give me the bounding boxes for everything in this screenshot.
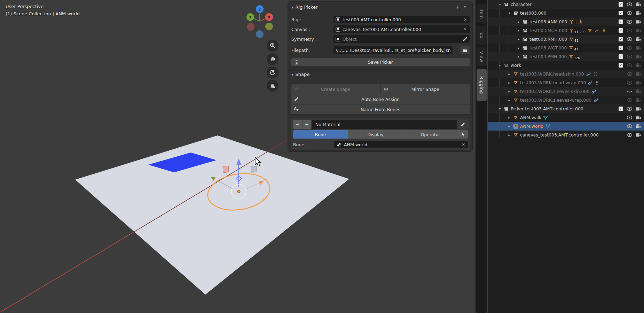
filepath-field[interactable]: //..\..\..\Desktop\Travail\Bl...rs_et_pr… xyxy=(333,46,453,54)
expander-icon[interactable]: ▸ xyxy=(517,29,521,32)
expander-icon[interactable]: ▾ xyxy=(498,63,502,67)
collapse-chevron-icon[interactable]: ▾ xyxy=(291,72,293,77)
expander-icon[interactable]: ▸ xyxy=(517,46,521,50)
expander-icon[interactable]: ▾ xyxy=(498,2,502,6)
eye-toggle-icon[interactable] xyxy=(627,80,633,86)
drag-handle-icon[interactable] xyxy=(464,6,468,9)
outliner-row[interactable]: ▸test003.WORK.head-wrap.000 xyxy=(488,78,644,87)
expander-icon[interactable]: ▸ xyxy=(507,81,511,85)
camera-toggle-icon[interactable] xyxy=(635,62,641,68)
collection-checkbox[interactable]: ✓ xyxy=(619,11,623,15)
camera-toggle-icon[interactable] xyxy=(635,123,641,129)
material-eyedropper-button[interactable] xyxy=(457,120,468,129)
collection-checkbox[interactable]: ✓ xyxy=(619,19,623,24)
ortho-toggle-button[interactable] xyxy=(267,80,278,92)
canvas-field[interactable]: canevas_test003.AMT.controller.000 ✕ xyxy=(333,25,470,33)
outliner-row[interactable]: ▸test003.ANM.0003✓ xyxy=(488,17,644,26)
outliner-row[interactable]: ▸ANM.walk xyxy=(488,113,644,122)
collection-checkbox[interactable]: ✓ xyxy=(619,28,623,33)
auto-bone-assign-button[interactable]: Auto Bone Assign xyxy=(291,94,470,104)
gizmo-plane-handle-y[interactable] xyxy=(251,166,257,172)
tab-rigging[interactable]: Rigging xyxy=(477,69,487,101)
pan-view-button[interactable] xyxy=(267,53,278,65)
expander-icon[interactable]: ▸ xyxy=(507,98,511,102)
outliner-row[interactable]: ▸ANM.world xyxy=(488,122,644,131)
eye-toggle-icon[interactable] xyxy=(627,88,633,94)
eye-toggle-icon[interactable] xyxy=(627,45,633,51)
zoom-view-button[interactable] xyxy=(267,40,278,52)
expander-icon[interactable]: ▸ xyxy=(507,89,511,93)
collection-checkbox[interactable]: ✓ xyxy=(619,54,623,59)
expander-icon[interactable]: ▸ xyxy=(507,133,511,137)
expander-icon[interactable]: ▸ xyxy=(517,37,521,41)
eye-toggle-icon[interactable] xyxy=(627,123,633,129)
eye-toggle-icon[interactable] xyxy=(627,36,633,42)
eye-toggle-icon[interactable] xyxy=(627,132,633,138)
eye-toggle-icon[interactable] xyxy=(627,71,633,77)
axis-ball-x-neg[interactable] xyxy=(247,23,254,31)
tab-operator[interactable]: Operator xyxy=(403,130,458,139)
material-add-button[interactable]: + xyxy=(303,120,311,129)
material-remove-button[interactable]: − xyxy=(293,120,302,129)
outliner-row[interactable]: ▾Picker test003.AMT.controller.000✓ xyxy=(488,104,644,113)
eye-toggle-icon[interactable] xyxy=(627,28,633,33)
axis-ball-z-neg[interactable] xyxy=(256,30,264,38)
tab-bone[interactable]: Bone xyxy=(293,130,348,139)
expander-icon[interactable]: ▸ xyxy=(507,124,511,128)
outliner-row[interactable]: ▾character✓ xyxy=(488,0,644,9)
camera-toggle-icon[interactable] xyxy=(635,71,641,77)
expander-icon[interactable]: ▸ xyxy=(517,55,521,58)
camera-view-button[interactable] xyxy=(267,66,278,78)
eye-toggle-icon[interactable] xyxy=(627,106,633,112)
camera-toggle-icon[interactable] xyxy=(635,106,641,112)
expander-icon[interactable]: ▾ xyxy=(507,11,511,15)
outliner-row[interactable]: ▸test003.RMH.00031✓ xyxy=(488,35,644,44)
eye-toggle-icon[interactable] xyxy=(627,115,633,120)
panel-header[interactable]: ▾Rig Picker xyxy=(291,5,317,10)
tab-display[interactable]: Display xyxy=(348,130,403,139)
eye-toggle-icon[interactable] xyxy=(627,10,633,16)
camera-toggle-icon[interactable] xyxy=(635,97,641,103)
outliner-row[interactable]: ▾test003.000✓ xyxy=(488,9,644,17)
rig-field[interactable]: test003.AMT.controller.000 ✕ xyxy=(333,16,470,23)
camera-toggle-icon[interactable] xyxy=(635,88,641,94)
clear-canvas-icon[interactable]: ✕ xyxy=(463,27,468,32)
eye-toggle-icon[interactable] xyxy=(627,54,633,60)
gizmo-plane-handle-x[interactable] xyxy=(223,166,229,173)
eye-toggle-icon[interactable] xyxy=(627,19,633,25)
outliner-row[interactable]: ▸test003.MCH.00011 209✓ xyxy=(488,26,644,35)
camera-toggle-icon[interactable] xyxy=(635,80,641,86)
outliner-row[interactable]: ▸test003.WORK.sleeves-wrap.000 xyxy=(488,96,644,104)
eye-toggle-icon[interactable] xyxy=(627,97,633,103)
axis-ball-y[interactable]: Y xyxy=(246,13,254,21)
collection-checkbox[interactable]: ✓ xyxy=(619,63,623,68)
material-name[interactable]: No Material xyxy=(312,120,457,129)
collection-checkbox[interactable]: ✓ xyxy=(619,107,623,111)
axis-ball-z[interactable]: Z xyxy=(256,5,264,13)
cursor-mode-button[interactable] xyxy=(458,130,468,139)
camera-toggle-icon[interactable] xyxy=(635,19,641,25)
tab-tool[interactable]: Tool xyxy=(477,26,487,45)
eyedropper-icon[interactable] xyxy=(463,37,468,41)
name-from-bones-button[interactable]: Az Name From Bones xyxy=(291,104,470,114)
axis-ball-y-neg[interactable] xyxy=(265,23,273,30)
axis-ball-x[interactable]: X xyxy=(265,13,273,21)
symmetry-field[interactable]: Object xyxy=(333,35,470,43)
outliner-row[interactable]: ▸test003.WORK.sleeves-skin.000 xyxy=(488,87,644,96)
shape-subpanel-header[interactable]: ▾Shape xyxy=(291,72,309,77)
camera-toggle-icon[interactable] xyxy=(635,1,641,7)
eye-toggle-icon[interactable] xyxy=(627,1,633,7)
mirror-shape-button[interactable]: Mirror Shape xyxy=(380,84,470,94)
create-shape-button[interactable]: Create Shape xyxy=(291,84,380,94)
camera-toggle-icon[interactable] xyxy=(635,115,641,120)
camera-toggle-icon[interactable] xyxy=(635,45,641,51)
pin-plus-icon[interactable]: + xyxy=(455,5,460,9)
expander-icon[interactable]: ▸ xyxy=(517,20,521,24)
outliner-row[interactable]: ▸test003.PMH.000126✓ xyxy=(488,52,644,61)
collapse-chevron-icon[interactable]: ▾ xyxy=(291,5,293,10)
camera-toggle-icon[interactable] xyxy=(635,132,641,138)
eye-toggle-icon[interactable] xyxy=(627,62,633,68)
clear-bone-icon[interactable]: ✕ xyxy=(461,142,466,147)
browse-file-button[interactable] xyxy=(460,46,470,54)
camera-toggle-icon[interactable] xyxy=(635,36,641,42)
